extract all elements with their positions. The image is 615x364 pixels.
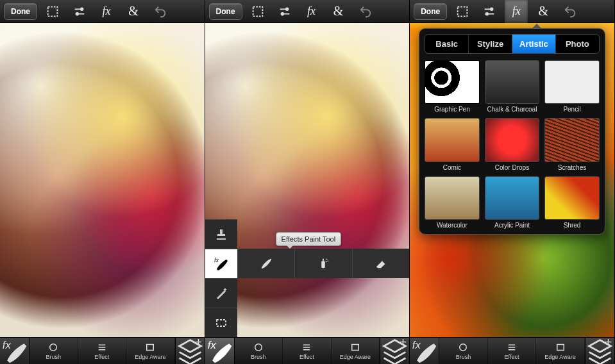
edge-aware-label: Edge Aware <box>135 354 165 360</box>
effect-button[interactable]: Effect <box>488 338 537 364</box>
svg-point-19 <box>326 259 328 260</box>
svg-text:fx: fx <box>207 339 216 351</box>
effect-acrylic-paint[interactable]: Acrylic Paint <box>485 176 540 229</box>
spray-tool[interactable] <box>294 249 352 278</box>
undo-icon[interactable] <box>149 0 172 23</box>
tab-photo[interactable]: Photo <box>556 35 599 53</box>
layers-button[interactable]: + <box>380 338 409 364</box>
effect-thumbnail <box>425 176 480 220</box>
ampersand-icon[interactable]: & <box>532 0 555 23</box>
effect-color-drops[interactable]: Color Drops <box>485 118 540 170</box>
effect-label: Graphic Pen <box>434 106 470 113</box>
brush-button[interactable]: Brush <box>29 338 78 364</box>
panel-2: Done fx & Effects Paint Tool fx fx Brush… <box>205 0 410 364</box>
undo-icon[interactable] <box>354 0 377 23</box>
fx-brush-button[interactable]: fx <box>205 338 235 364</box>
adjust-icon[interactable] <box>68 0 91 23</box>
magic-wand-tool[interactable] <box>205 278 237 308</box>
effect-label: Color Drops <box>495 164 529 171</box>
svg-point-3 <box>81 8 83 10</box>
effect-label: Scratches <box>558 164 586 171</box>
tab-artistic[interactable]: Artistic <box>512 35 556 53</box>
effect-graphic-pen[interactable]: Graphic Pen <box>425 60 480 113</box>
crop-icon[interactable] <box>451 0 474 23</box>
fx-brush-button[interactable]: fx <box>410 338 439 364</box>
svg-point-6 <box>50 344 57 351</box>
edge-aware-button[interactable]: Edge Aware <box>536 338 585 364</box>
effect-button[interactable]: Effect <box>283 338 332 364</box>
selection-tool[interactable] <box>205 308 237 337</box>
effect-label: Effect <box>505 354 519 360</box>
effects-popover: Basic Stylize Artistic Photo Graphic Pen… <box>419 28 605 235</box>
svg-rect-29 <box>352 345 359 351</box>
crop-icon[interactable] <box>41 0 64 23</box>
effect-comic[interactable]: Comic <box>425 118 480 170</box>
edge-aware-label: Edge Aware <box>544 354 575 360</box>
effect-button[interactable]: Effect <box>78 338 127 364</box>
tab-basic[interactable]: Basic <box>425 35 469 53</box>
eraser-tool[interactable] <box>352 249 410 278</box>
effects-category-segmented: Basic Stylize Artistic Photo <box>425 34 600 54</box>
ampersand-icon[interactable]: & <box>327 0 350 23</box>
effect-thumbnail <box>425 118 480 161</box>
done-button[interactable]: Done <box>209 3 242 20</box>
effect-thumbnail <box>425 60 480 104</box>
top-toolbar: Done fx & <box>205 0 410 23</box>
effect-chalk-charcoal[interactable]: Chalk & Charcoal <box>485 60 540 113</box>
svg-rect-18 <box>323 259 324 261</box>
layers-button[interactable]: + <box>585 338 614 364</box>
effect-scratches[interactable]: Scratches <box>544 118 600 170</box>
panel-1: Done fx & fx Brush Effect Edge Aware + <box>0 0 205 364</box>
effect-label: Effect <box>299 354 314 360</box>
svg-text:fx: fx <box>412 339 421 351</box>
brush-button[interactable]: Brush <box>439 338 488 364</box>
svg-point-37 <box>460 344 467 351</box>
edge-aware-button[interactable]: Edge Aware <box>126 338 175 364</box>
effect-thumbnail <box>485 118 540 161</box>
effect-label: Effect <box>94 354 109 360</box>
svg-text:fx: fx <box>3 339 12 351</box>
svg-point-16 <box>281 12 283 15</box>
layers-button[interactable]: + <box>175 338 205 364</box>
svg-point-20 <box>328 260 329 261</box>
tooltip-effects-paint: Effects Paint Tool <box>276 232 342 246</box>
effect-thumbnail <box>485 176 540 220</box>
effect-label: Acrylic Paint <box>494 222 530 229</box>
done-button[interactable]: Done <box>414 3 447 20</box>
fx-brush-tool[interactable]: fx <box>205 249 237 278</box>
bottom-toolbar: fx Brush Effect Edge Aware + <box>0 337 205 364</box>
effect-label: Comic <box>443 164 461 171</box>
effect-shred[interactable]: Shred <box>544 176 600 229</box>
ampersand-icon[interactable]: & <box>122 0 145 23</box>
adjust-icon[interactable] <box>273 0 296 23</box>
svg-rect-10 <box>147 345 154 351</box>
effect-pencil[interactable]: Pencil <box>544 60 600 113</box>
fx-icon[interactable]: fx <box>95 0 118 23</box>
effects-grid: Graphic PenChalk & CharcoalPencilComicCo… <box>425 60 600 229</box>
svg-rect-12 <box>253 6 262 16</box>
top-toolbar: Done fx & <box>0 0 205 23</box>
artwork-portrait <box>0 23 205 337</box>
edge-aware-button[interactable]: Edge Aware <box>332 338 380 364</box>
fx-icon[interactable]: fx <box>505 0 528 23</box>
fx-icon[interactable]: fx <box>300 0 323 23</box>
svg-text:+: + <box>605 336 612 349</box>
done-button[interactable]: Done <box>4 3 37 20</box>
effect-thumbnail <box>544 176 600 220</box>
fx-brush-button[interactable]: fx <box>0 338 29 364</box>
top-toolbar: Done fx & <box>410 0 614 23</box>
crop-icon[interactable] <box>246 0 269 23</box>
adjust-icon[interactable] <box>478 0 501 23</box>
stamp-tool[interactable] <box>205 219 237 249</box>
undo-icon[interactable] <box>559 0 582 23</box>
paint-brush-tool[interactable] <box>237 249 295 278</box>
bottom-toolbar: fx Brush Effect Edge Aware + <box>205 337 410 364</box>
svg-text:+: + <box>195 336 202 349</box>
brush-button[interactable]: Brush <box>235 338 283 364</box>
svg-rect-0 <box>48 6 58 16</box>
image-canvas[interactable] <box>0 23 205 337</box>
tab-stylize[interactable]: Stylize <box>469 35 512 53</box>
svg-rect-41 <box>557 345 564 351</box>
edge-aware-label: Edge Aware <box>340 354 371 360</box>
effect-watercolor[interactable]: Watercolor <box>425 176 480 229</box>
